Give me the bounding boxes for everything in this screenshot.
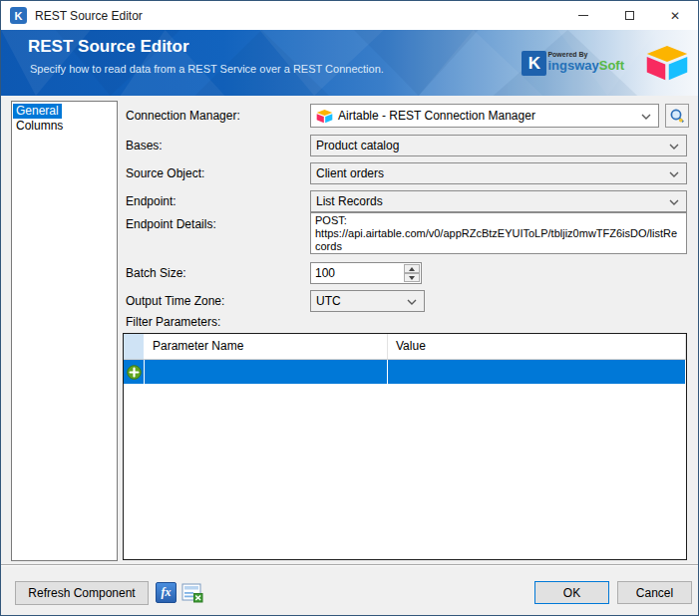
column-header-value[interactable]: Value <box>388 334 686 359</box>
bases-label: Bases: <box>126 139 163 153</box>
output-time-zone-combobox[interactable]: UTC <box>310 290 425 312</box>
source-object-combobox[interactable]: Client orders <box>310 162 687 184</box>
header-banner: REST Source Editor Specify how to read d… <box>1 30 698 96</box>
chevron-down-icon <box>407 299 417 305</box>
filter-parameters-label: Filter Parameters: <box>126 315 220 329</box>
expression-editor-button[interactable]: fx <box>156 582 176 603</box>
close-button[interactable]: ✕ <box>652 1 698 30</box>
spinner-down-button[interactable] <box>404 273 420 282</box>
row-selector-header <box>124 334 145 359</box>
refresh-component-button[interactable]: Refresh Component <box>15 581 149 605</box>
parameter-name-cell[interactable] <box>145 360 388 384</box>
title-bar: K REST Source Editor ✕ <box>1 1 698 30</box>
kingswaysoft-k-icon: K <box>522 51 546 76</box>
document-export-icon <box>181 583 203 603</box>
endpoint-value: List Records <box>316 194 383 208</box>
output-time-zone-label: Output Time Zone: <box>126 294 224 308</box>
documentation-button[interactable] <box>180 582 203 603</box>
bases-combobox[interactable]: Product catalog <box>310 135 687 156</box>
minimize-icon <box>578 15 588 16</box>
ok-button[interactable]: OK <box>534 581 609 604</box>
output-time-zone-value: UTC <box>316 294 341 308</box>
window-title: REST Source Editor <box>35 9 143 23</box>
fx-icon: fx <box>162 585 172 600</box>
add-row-icon <box>127 365 142 380</box>
powered-by-label: Powered By <box>547 51 624 58</box>
grid-header-row: Parameter Name Value <box>124 334 686 360</box>
page-subtitle: Specify how to read data from a REST Ser… <box>30 63 384 75</box>
page-list: General Columns <box>11 101 118 561</box>
spinner-up-icon <box>409 267 415 271</box>
endpoint-details-label: Endpoint Details: <box>126 217 216 231</box>
minimize-button[interactable] <box>560 1 606 30</box>
spinner-up-button[interactable] <box>404 264 420 273</box>
browse-connection-button[interactable] <box>665 104 689 128</box>
airtable-icon <box>316 109 333 124</box>
batch-size-value: 100 <box>315 266 335 280</box>
row-selector-cell[interactable] <box>124 360 145 384</box>
chevron-down-icon <box>641 114 651 120</box>
airtable-logo <box>645 44 689 82</box>
source-object-value: Client orders <box>316 166 384 180</box>
endpoint-label: Endpoint: <box>126 194 176 208</box>
endpoint-combobox[interactable]: List Records <box>310 190 687 212</box>
value-cell[interactable] <box>388 360 686 384</box>
page-title: REST Source Editor <box>28 37 189 57</box>
dialog-body: General Columns Connection Manager: Airt… <box>1 96 698 615</box>
app-icon: K <box>10 7 27 24</box>
footer-divider <box>1 564 698 566</box>
connection-manager-value: Airtable - REST Connection Manager <box>338 109 535 123</box>
search-icon <box>669 108 686 125</box>
soft-label: Soft <box>599 58 624 73</box>
maximize-icon <box>625 11 634 20</box>
source-object-label: Source Object: <box>126 166 204 180</box>
bases-value: Product catalog <box>316 139 399 153</box>
endpoint-details-box: POST: https://api.airtable.com/v0/appRZc… <box>310 212 687 254</box>
kingswaysoft-logo: K Powered By ingswaySoft <box>522 51 624 76</box>
batch-size-label: Batch Size: <box>126 266 186 280</box>
connection-manager-combobox[interactable]: Airtable - REST Connection Manager <box>310 104 659 128</box>
filter-parameters-grid: Parameter Name Value <box>123 333 687 560</box>
kingsway-label: ingsway <box>547 58 598 73</box>
maximize-button[interactable] <box>606 1 652 30</box>
grid-add-row[interactable] <box>124 360 686 384</box>
column-header-parameter-name[interactable]: Parameter Name <box>145 334 388 359</box>
chevron-down-icon <box>669 171 679 177</box>
spinner-down-icon <box>409 276 415 280</box>
sidebar-item-general[interactable]: General <box>13 104 116 119</box>
close-icon: ✕ <box>670 10 680 22</box>
batch-size-input[interactable]: 100 <box>310 262 422 284</box>
cancel-button[interactable]: Cancel <box>617 581 692 604</box>
chevron-down-icon <box>669 199 679 205</box>
chevron-down-icon <box>669 144 679 150</box>
connection-manager-label: Connection Manager: <box>126 109 240 123</box>
rest-source-editor-dialog: K REST Source Editor ✕ REST Source Edito… <box>0 0 699 616</box>
sidebar-item-columns[interactable]: Columns <box>13 119 116 134</box>
